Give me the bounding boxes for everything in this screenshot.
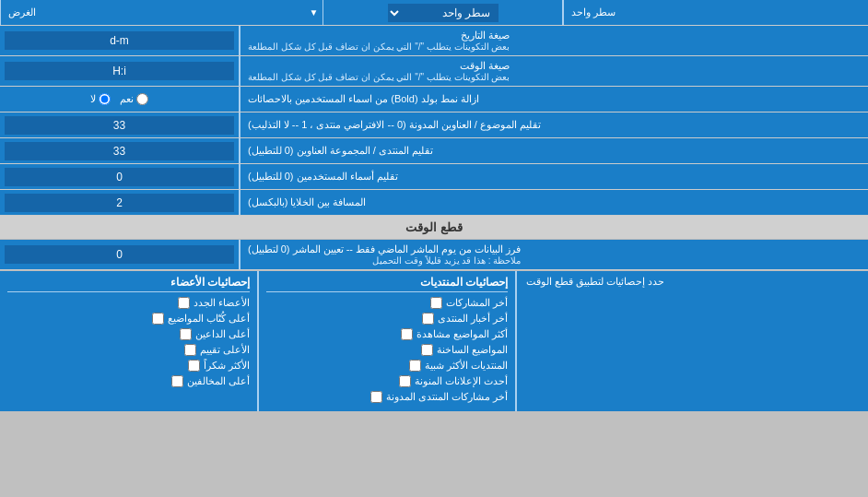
purpose-right-text: الغرض bbox=[8, 6, 36, 18]
time-format-input-cell bbox=[0, 56, 240, 86]
cb-new-members-label: الأعضاء الجدد bbox=[194, 297, 250, 309]
time-format-input[interactable] bbox=[5, 62, 234, 80]
cb-latest-announcements: أحدث الإعلانات المنونة bbox=[266, 375, 508, 387]
cb-popular-forums-input[interactable] bbox=[409, 360, 421, 372]
time-format-row: صيغة الوقت بعض التكوينات يتطلب "/" التي … bbox=[0, 56, 868, 87]
member-stats-header: إحصائيات الأعضاء bbox=[7, 276, 250, 292]
spacing-label-cell: المسافة بين الخلايا (بالبكسل) bbox=[240, 190, 868, 215]
date-format-row: صيغة التاريخ بعض التكوينات يتطلب "/" الت… bbox=[0, 26, 868, 56]
spacing-input[interactable] bbox=[5, 194, 234, 212]
trim2-row: تقليم المنتدى / المجموعة العناوين (0 للت… bbox=[0, 138, 868, 164]
trim3-input[interactable] bbox=[5, 168, 234, 186]
date-format-note: بعض التكوينات يتطلب "/" التي يمكن ان تضا… bbox=[248, 41, 510, 52]
trim2-input-cell bbox=[0, 138, 240, 163]
time-format-note: بعض التكوينات يتطلب "/" التي يمكن ان تضا… bbox=[248, 72, 510, 82]
bold-no-label: لا bbox=[90, 93, 111, 105]
cb-hot-topics-label: المواضيع الساخنة bbox=[437, 344, 508, 356]
cb-most-viewed-input[interactable] bbox=[401, 328, 413, 340]
trim3-row: تقليم أسماء المستخدمين (0 للتطبيل) bbox=[0, 164, 868, 190]
cb-most-viewed-label: أكثر المواضيع مشاهدة bbox=[416, 328, 508, 340]
bottom-section: حدد إحصائيات لتطبيق قطع الوقت إحصائيات ا… bbox=[0, 270, 868, 411]
cut-row: فرز البيانات من يوم الماشر الماضي فقط --… bbox=[0, 240, 868, 270]
cb-last-posts-input[interactable] bbox=[430, 297, 442, 309]
dropdown-arrow-icon: ▼ bbox=[310, 7, 319, 18]
cb-top-violators: أعلى المخالفين bbox=[7, 375, 250, 387]
bold-yes-label: نعم bbox=[120, 93, 148, 105]
cb-top-inviters: أعلى الداعين bbox=[7, 328, 250, 340]
cb-top-inviters-input[interactable] bbox=[180, 328, 192, 340]
trim2-label-cell: تقليم المنتدى / المجموعة العناوين (0 للت… bbox=[240, 138, 868, 163]
cb-top-inviters-label: أعلى الداعين bbox=[195, 328, 250, 340]
bold-row: ازالة نمط بولد (Bold) من اسماء المستخدمي… bbox=[0, 87, 868, 112]
cut-section-header: قطع الوقت bbox=[0, 216, 868, 240]
cb-most-thanked-label: الأكثر شكراً bbox=[204, 360, 250, 372]
cb-latest-announcements-label: أحدث الإعلانات المنونة bbox=[415, 375, 508, 387]
purpose-select-cell: سطر واحد bbox=[323, 0, 563, 25]
purpose-label: سطر واحد bbox=[563, 0, 868, 25]
cut-label-cell: فرز البيانات من يوم الماشر الماضي فقط --… bbox=[240, 240, 868, 269]
purpose-row: سطر واحد سطر واحد ▼ الغرض bbox=[0, 0, 868, 26]
member-stats-col: إحصائيات الأعضاء الأعضاء الجدد أعلى كُتّ… bbox=[0, 271, 258, 411]
cb-top-writers-input[interactable] bbox=[152, 313, 164, 325]
cb-top-rated-input[interactable] bbox=[184, 344, 196, 356]
cb-last-posts: أخر المشاركات bbox=[266, 297, 508, 309]
cb-forum-news: أخر أخبار المنتدى bbox=[266, 313, 508, 325]
time-label-cell: صيغة الوقت بعض التكوينات يتطلب "/" التي … bbox=[240, 56, 868, 86]
time-format-label: صيغة الوقت bbox=[248, 60, 510, 72]
cut-label: فرز البيانات من يوم الماشر الماضي فقط --… bbox=[248, 243, 521, 255]
trim1-input-cell bbox=[0, 112, 240, 137]
date-format-input-cell bbox=[0, 26, 240, 55]
cb-last-forum-posts: أخر مشاركات المنتدى المدونة bbox=[266, 391, 508, 403]
trim3-label: تقليم أسماء المستخدمين (0 للتطبيل) bbox=[248, 171, 398, 183]
trim1-label-cell: تقليم الموضوع / العناوين المدونة (0 -- ا… bbox=[240, 112, 868, 137]
trim3-input-cell bbox=[0, 164, 240, 189]
cb-last-forum-posts-input[interactable] bbox=[370, 391, 382, 403]
spacing-input-cell bbox=[0, 190, 240, 215]
spacing-label: المسافة بين الخلايا (بالبكسل) bbox=[248, 196, 367, 208]
cb-top-violators-label: أعلى المخالفين bbox=[187, 375, 250, 387]
spacing-row: المسافة بين الخلايا (بالبكسل) bbox=[0, 190, 868, 216]
cut-input-cell bbox=[0, 240, 240, 269]
cb-top-writers: أعلى كُتّاب المواضيع bbox=[7, 313, 250, 325]
cb-last-posts-label: أخر المشاركات bbox=[446, 297, 508, 309]
cb-top-violators-input[interactable] bbox=[171, 375, 183, 387]
cb-hot-topics-input[interactable] bbox=[421, 344, 433, 356]
trim1-row: تقليم الموضوع / العناوين المدونة (0 -- ا… bbox=[0, 112, 868, 138]
cut-note: ملاحظة : هذا قد يزيد قليلاً وقت التحميل bbox=[248, 255, 521, 266]
forum-stats-header: إحصائيات المنتديات bbox=[266, 276, 508, 292]
purpose-text: سطر واحد bbox=[571, 6, 616, 18]
bold-yes-radio[interactable] bbox=[136, 93, 148, 105]
bold-no-radio[interactable] bbox=[99, 93, 111, 105]
cb-top-rated-label: الأعلى تقييم bbox=[200, 344, 250, 356]
cb-last-forum-posts-label: أخر مشاركات المنتدى المدونة bbox=[386, 391, 508, 403]
cb-new-members-input[interactable] bbox=[178, 297, 190, 309]
trim2-input[interactable] bbox=[5, 142, 234, 160]
trim2-label: تقليم المنتدى / المجموعة العناوين (0 للت… bbox=[248, 145, 433, 157]
cb-popular-forums: المنتديات الأكثر شبية bbox=[266, 360, 508, 372]
stats-label-cell: حدد إحصائيات لتطبيق قطع الوقت bbox=[516, 271, 868, 411]
cb-most-viewed: أكثر المواضيع مشاهدة bbox=[266, 328, 508, 340]
purpose-right-label: الغرض bbox=[0, 0, 305, 25]
trim1-label: تقليم الموضوع / العناوين المدونة (0 -- ا… bbox=[248, 119, 541, 131]
cb-most-thanked-input[interactable] bbox=[188, 360, 200, 372]
forum-stats-col: إحصائيات المنتديات أخر المشاركات أخر أخب… bbox=[258, 271, 516, 411]
bold-label: ازالة نمط بولد (Bold) من اسماء المستخدمي… bbox=[248, 93, 479, 105]
cb-forum-news-input[interactable] bbox=[422, 313, 434, 325]
cb-hot-topics: المواضيع الساخنة bbox=[266, 344, 508, 356]
trim3-label-cell: تقليم أسماء المستخدمين (0 للتطبيل) bbox=[240, 164, 868, 189]
bold-label-cell: ازالة نمط بولد (Bold) من اسماء المستخدمي… bbox=[240, 87, 868, 112]
date-format-label: صيغة التاريخ bbox=[248, 30, 510, 41]
purpose-select[interactable]: سطر واحد bbox=[388, 4, 499, 22]
bold-radio-cell: نعم لا bbox=[0, 87, 240, 112]
date-label-cell: صيغة التاريخ بعض التكوينات يتطلب "/" الت… bbox=[240, 26, 868, 55]
stats-label: حدد إحصائيات لتطبيق قطع الوقت bbox=[526, 276, 664, 288]
trim1-input[interactable] bbox=[5, 116, 234, 135]
cb-new-members: الأعضاء الجدد bbox=[7, 297, 250, 309]
date-format-input[interactable] bbox=[5, 31, 234, 50]
cb-top-rated: الأعلى تقييم bbox=[7, 344, 250, 356]
cb-popular-forums-label: المنتديات الأكثر شبية bbox=[425, 360, 508, 372]
cb-most-thanked: الأكثر شكراً bbox=[7, 360, 250, 372]
cb-forum-news-label: أخر أخبار المنتدى bbox=[438, 313, 508, 325]
cut-input[interactable] bbox=[5, 245, 234, 264]
cb-latest-announcements-input[interactable] bbox=[399, 375, 411, 387]
